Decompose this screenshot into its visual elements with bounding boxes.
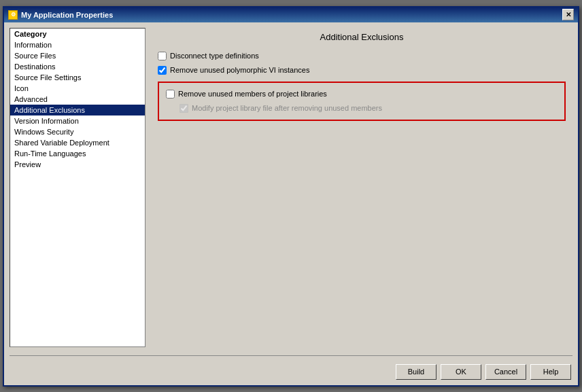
sidebar-item-additional-exclusions[interactable]: Additional Exclusions [10,105,145,115]
modify-library-row: Modify project library file after removi… [179,101,558,115]
build-button[interactable]: Build [396,364,437,380]
remove-members-checkbox[interactable] [166,90,175,99]
remove-polymorphic-label: Remove unused polymorphic VI instances [170,66,309,74]
sidebar-item-shared-variable-deployment[interactable]: Shared Variable Deployment [10,137,145,148]
panel-content: Disconnect type definitions Remove unuse… [151,49,572,347]
remove-polymorphic-row: Remove unused polymorphic VI instances [158,63,566,77]
sidebar-item-run-time-languages[interactable]: Run-Time Languages [10,148,145,159]
sidebar: Category Information Source Files Destin… [10,28,146,347]
disconnect-type-checkbox[interactable] [158,52,167,60]
sidebar-item-source-files[interactable]: Source Files [10,50,145,61]
titlebar: ⚙ My Application Properties ✕ [4,7,578,22]
remove-polymorphic-checkbox[interactable] [158,66,167,75]
sidebar-header: Category [10,29,145,39]
sidebar-item-advanced[interactable]: Advanced [10,94,145,105]
red-box-container: Remove unused members of project librari… [158,82,566,121]
window-title: My Application Properties [21,11,113,19]
sidebar-item-preview[interactable]: Preview [10,159,145,170]
footer-separator [10,355,572,356]
sidebar-item-information[interactable]: Information [10,39,145,50]
sidebar-item-destinations[interactable]: Destinations [10,61,145,72]
remove-members-label: Remove unused members of project librari… [178,90,327,98]
modify-library-label: Modify project library file after removi… [192,104,382,112]
help-button[interactable]: Help [530,364,571,380]
sidebar-item-version-information[interactable]: Version Information [10,115,145,126]
titlebar-left: ⚙ My Application Properties [8,10,113,20]
disconnect-type-label: Disconnect type definitions [170,52,259,60]
remove-members-row: Remove unused members of project librari… [166,87,558,101]
footer: Build OK Cancel Help [4,359,578,385]
main-panel: Additional Exclusions Disconnect type de… [151,28,572,347]
close-button[interactable]: ✕ [562,9,574,20]
sidebar-item-windows-security[interactable]: Windows Security [10,126,145,137]
application-window: ⚙ My Application Properties ✕ Category I… [3,6,579,387]
ok-button[interactable]: OK [441,364,481,380]
content-area: Category Information Source Files Destin… [4,22,578,353]
sidebar-item-source-file-settings[interactable]: Source File Settings [10,72,145,83]
disconnect-type-row: Disconnect type definitions [158,49,566,63]
modify-library-checkbox[interactable] [179,104,188,113]
sidebar-item-icon[interactable]: Icon [10,83,145,94]
titlebar-icon: ⚙ [8,10,18,20]
panel-title: Additional Exclusions [151,28,572,49]
cancel-button[interactable]: Cancel [485,364,526,380]
